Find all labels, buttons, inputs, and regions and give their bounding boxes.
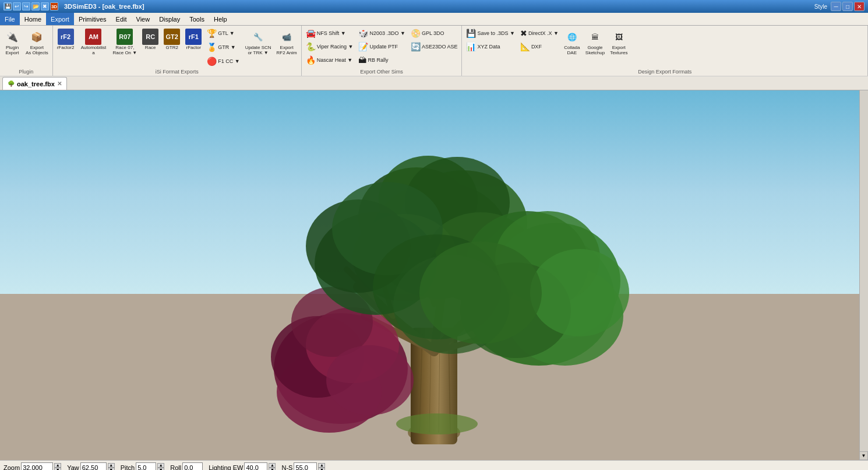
- tab-label: oak_tree.fbx: [17, 80, 55, 87]
- update-scn-button[interactable]: 🔧 Update SCNor TRK ▼: [243, 27, 274, 58]
- gtr-button[interactable]: 🏅 GTR ▼: [204, 41, 242, 54]
- quick-access-save[interactable]: 💾: [3, 2, 12, 10]
- menu-primitives[interactable]: Primitives: [74, 13, 111, 25]
- zoom-up[interactable]: ▲: [54, 463, 61, 468]
- tab-oak-tree[interactable]: 🌳 oak_tree.fbx ✕: [2, 77, 67, 90]
- scroll-arrow-down[interactable]: ▼: [859, 451, 868, 460]
- gpl-3do-button[interactable]: 📀 GPL 3DO: [408, 27, 460, 40]
- menu-export[interactable]: Export: [46, 13, 74, 25]
- rfactor2-label: rFactor2: [57, 45, 75, 51]
- pitch-input[interactable]: [136, 462, 156, 470]
- rfactor-button[interactable]: rF1 rFactor: [183, 27, 204, 52]
- tree-model: [230, 100, 638, 450]
- close-button[interactable]: ✕: [854, 2, 865, 11]
- save-3ds-label: Save to .3DS ▼: [477, 30, 514, 36]
- ase23do-button[interactable]: 🔄 ASE23DO ASE: [408, 40, 460, 53]
- quick-access-redo[interactable]: ↪: [22, 2, 30, 10]
- roll-input[interactable]: [182, 462, 203, 470]
- pitch-field: Pitch ▲ ▼: [121, 462, 164, 470]
- tabbar: 🌳 oak_tree.fbx ✕: [0, 76, 868, 90]
- gtr-icon: 🏅: [207, 43, 217, 52]
- quick-access-undo[interactable]: ↩: [13, 2, 21, 10]
- rb-rally-button[interactable]: 🏔 RB Rally: [356, 54, 407, 66]
- menu-file[interactable]: File: [0, 13, 20, 25]
- yaw-down[interactable]: ▼: [108, 468, 115, 471]
- race-icon: RC: [142, 29, 158, 45]
- ns-spinner[interactable]: ▲ ▼: [318, 463, 325, 471]
- race07-label: Race 07,Race On ▼: [112, 45, 137, 56]
- ns-label: N-S: [281, 464, 292, 471]
- race-label: Race: [145, 45, 156, 51]
- viper-racing-button[interactable]: 🐍 Viper Racing ▼: [304, 40, 356, 53]
- gtl-button[interactable]: 🏆 GTL ▼: [204, 27, 242, 40]
- update-ptf-button[interactable]: 📝 Update PTF: [356, 40, 407, 53]
- quick-access-close[interactable]: ✖: [41, 2, 49, 10]
- viewport[interactable]: ▼: [0, 90, 868, 460]
- ns-field: N-S ▲ ▼: [281, 462, 325, 470]
- n2003-3do-button[interactable]: 🎲 N2003 .3DO ▼: [356, 27, 407, 40]
- n2003-3do-icon: 🎲: [358, 29, 368, 38]
- nascar-heat-icon: 🔥: [306, 55, 316, 65]
- nfs-shift-icon: 🚘: [306, 29, 316, 38]
- directx-button[interactable]: ✖ DirectX .X ▼: [518, 27, 561, 40]
- menu-display[interactable]: Display: [154, 13, 185, 25]
- race-button[interactable]: RC Race: [140, 27, 161, 52]
- zoom-input[interactable]: [21, 462, 53, 470]
- tab-close-button[interactable]: ✕: [57, 80, 62, 87]
- plugin-export-button[interactable]: 🔌 PluginExport: [2, 27, 23, 58]
- automobilista-button[interactable]: AM Automobilista: [77, 27, 110, 58]
- app-icon: 3D: [50, 2, 58, 10]
- yaw-label: Yaw: [67, 464, 79, 471]
- save-3ds-button[interactable]: 💾 Save to .3DS ▼: [464, 27, 517, 40]
- nascar-heat-button[interactable]: 🔥 Nascar Heat ▼: [304, 54, 356, 66]
- ns-up[interactable]: ▲: [318, 463, 325, 468]
- rfactor2-button[interactable]: rF2 rFactor2: [55, 27, 77, 52]
- race07-button[interactable]: R07 Race 07,Race On ▼: [110, 27, 139, 58]
- roll-label: Roll: [170, 464, 181, 471]
- menu-tools[interactable]: Tools: [185, 13, 209, 25]
- pitch-up[interactable]: ▲: [157, 463, 164, 468]
- gtr2-icon: GT2: [164, 29, 180, 45]
- f1cc-button[interactable]: 🔴 F1 CC ▼: [204, 55, 242, 68]
- ns-input[interactable]: [294, 462, 317, 470]
- quick-access-open[interactable]: 📂: [31, 2, 40, 10]
- style-label: Style: [814, 3, 827, 10]
- zoom-spinner[interactable]: ▲ ▼: [54, 463, 61, 471]
- lighting-up[interactable]: ▲: [269, 463, 276, 468]
- export-textures-button[interactable]: 🖼 ExportTextures: [608, 27, 630, 58]
- menu-edit[interactable]: Edit: [111, 13, 132, 25]
- lighting-label: Lighting EW: [209, 464, 243, 471]
- yaw-spinner[interactable]: ▲ ▼: [108, 463, 115, 471]
- viewport-scrollbar[interactable]: [859, 90, 868, 460]
- window-title: 3DSimED3 - [oak_tree.fbx]: [64, 3, 144, 10]
- pitch-spinner[interactable]: ▲ ▼: [157, 463, 164, 471]
- ns-down[interactable]: ▼: [318, 468, 325, 471]
- titlebar-icons: 💾 ↩ ↪ 📂 ✖ 3D: [3, 2, 58, 10]
- menu-home[interactable]: Home: [20, 13, 46, 25]
- minimize-button[interactable]: ─: [831, 2, 841, 11]
- maximize-button[interactable]: □: [842, 2, 853, 11]
- export-as-objects-button[interactable]: 📦 ExportAs Objects: [23, 27, 51, 58]
- yaw-input[interactable]: [80, 462, 107, 470]
- export-rf2anim-button[interactable]: 📹 ExportRF2 Anim: [274, 27, 299, 58]
- xyz-data-button[interactable]: 📊 XYZ Data: [464, 40, 517, 53]
- menu-view[interactable]: View: [132, 13, 155, 25]
- f1cc-label: F1 CC ▼: [218, 58, 239, 64]
- yaw-up[interactable]: ▲: [108, 463, 115, 468]
- lighting-spinner[interactable]: ▲ ▼: [269, 463, 276, 471]
- race07-icon: R07: [117, 29, 133, 45]
- gtl-icon: 🏆: [207, 29, 217, 38]
- menu-help[interactable]: Help: [209, 13, 232, 25]
- dxf-button[interactable]: 📐 DXF: [518, 40, 561, 53]
- lighting-down[interactable]: ▼: [269, 468, 276, 471]
- nfs-shift-button[interactable]: 🚘 NFS Shift ▼: [304, 27, 356, 40]
- google-sketchup-button[interactable]: 🏛 GoogleSketchup: [583, 27, 607, 58]
- export-sims-label: Export Other Sims: [304, 69, 460, 75]
- toolbar-design-section: 💾 Save to .3DS ▼ 📊 XYZ Data ✖ DirectX .X…: [462, 26, 868, 76]
- zoom-down[interactable]: ▼: [54, 468, 61, 471]
- gtr2-button[interactable]: GT2 GTR2: [161, 27, 182, 52]
- collada-dae-button[interactable]: 🌐 ColladaDAE: [562, 27, 583, 58]
- lighting-input[interactable]: [244, 462, 267, 470]
- toolbar-plugin-section: 🔌 PluginExport 📦 ExportAs Objects Plugin: [0, 26, 53, 76]
- pitch-down[interactable]: ▼: [157, 468, 164, 471]
